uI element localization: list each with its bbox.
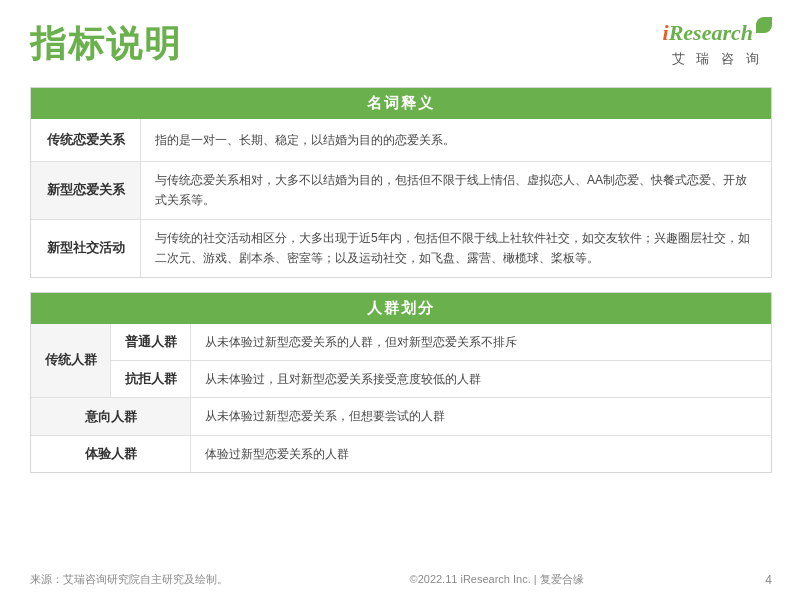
logo-research: Research <box>669 20 753 46</box>
traditional-sub-row-1: 普通人群 从未体验过新型恋爱关系的人群，但对新型恋爱关系不排斥 <box>111 324 771 361</box>
header: 指标说明 i Research 艾 瑞 咨 询 <box>30 20 772 69</box>
experience-label: 体验人群 <box>31 436 191 472</box>
population-header: 人群划分 <box>31 293 771 324</box>
def-content-2: 与传统恋爱关系相对，大多不以结婚为目的，包括但不限于线上情侣、虚拟恋人、AA制恋… <box>141 162 771 219</box>
footer-copyright: ©2022.11 iResearch Inc. | 复爱合缘 <box>410 572 584 587</box>
experience-content: 体验过新型恋爱关系的人群 <box>191 436 771 472</box>
traditional-main-label: 传统人群 <box>31 324 111 398</box>
def-content-3: 与传统的社交活动相区分，大多出现于近5年内，包括但不限于线上社软件社交，如交友软… <box>141 220 771 277</box>
intent-content: 从未体验过新型恋爱关系，但想要尝试的人群 <box>191 398 771 434</box>
def-label-1: 传统恋爱关系 <box>31 119 141 161</box>
traditional-sub-rows: 普通人群 从未体验过新型恋爱关系的人群，但对新型恋爱关系不排斥 抗拒人群 从未体… <box>111 324 771 398</box>
footer: 来源：艾瑞咨询研究院自主研究及绘制。 ©2022.11 iResearch In… <box>30 572 772 587</box>
sub-label-1: 普通人群 <box>111 324 191 360</box>
def-content-1: 指的是一对一、长期、稳定，以结婚为目的的恋爱关系。 <box>141 119 771 161</box>
logo-box: i Research <box>663 20 772 46</box>
definitions-body: 传统恋爱关系 指的是一对一、长期、稳定，以结婚为目的的恋爱关系。 新型恋爱关系 … <box>31 119 771 277</box>
traditional-group: 传统人群 普通人群 从未体验过新型恋爱关系的人群，但对新型恋爱关系不排斥 抗拒人… <box>31 324 771 398</box>
def-row-1: 传统恋爱关系 指的是一对一、长期、稳定，以结婚为目的的恋爱关系。 <box>31 119 771 161</box>
page-title: 指标说明 <box>30 20 182 69</box>
logo-subtitle: 艾 瑞 咨 询 <box>672 50 763 68</box>
logo-area: i Research 艾 瑞 咨 询 <box>663 20 772 68</box>
sub-content-2: 从未体验过，且对新型恋爱关系接受意度较低的人群 <box>191 361 771 397</box>
intent-row: 意向人群 从未体验过新型恋爱关系，但想要尝试的人群 <box>31 397 771 434</box>
traditional-sub-row-2: 抗拒人群 从未体验过，且对新型恋爱关系接受意度较低的人群 <box>111 361 771 397</box>
main-content: 名词释义 传统恋爱关系 指的是一对一、长期、稳定，以结婚为目的的恋爱关系。 新型… <box>30 87 772 562</box>
def-row-3: 新型社交活动 与传统的社交活动相区分，大多出现于近5年内，包括但不限于线上社软件… <box>31 219 771 277</box>
footer-source: 来源：艾瑞咨询研究院自主研究及绘制。 <box>30 572 228 587</box>
page: 指标说明 i Research 艾 瑞 咨 询 名词释义 传统恋爱关系 指的是一… <box>0 0 802 602</box>
def-label-3: 新型社交活动 <box>31 220 141 277</box>
definitions-header: 名词释义 <box>31 88 771 119</box>
def-row-2: 新型恋爱关系 与传统恋爱关系相对，大多不以结婚为目的，包括但不限于线上情侣、虚拟… <box>31 161 771 219</box>
population-body: 传统人群 普通人群 从未体验过新型恋爱关系的人群，但对新型恋爱关系不排斥 抗拒人… <box>31 324 771 473</box>
logo-leaf-icon <box>756 17 772 33</box>
experience-row: 体验人群 体验过新型恋爱关系的人群 <box>31 435 771 472</box>
population-section: 人群划分 传统人群 普通人群 从未体验过新型恋爱关系的人群，但对新型恋爱关系不排… <box>30 292 772 474</box>
footer-page: 4 <box>765 573 772 587</box>
sub-label-2: 抗拒人群 <box>111 361 191 397</box>
intent-label: 意向人群 <box>31 398 191 434</box>
definitions-section: 名词释义 传统恋爱关系 指的是一对一、长期、稳定，以结婚为目的的恋爱关系。 新型… <box>30 87 772 278</box>
def-label-2: 新型恋爱关系 <box>31 162 141 219</box>
sub-content-1: 从未体验过新型恋爱关系的人群，但对新型恋爱关系不排斥 <box>191 324 771 360</box>
